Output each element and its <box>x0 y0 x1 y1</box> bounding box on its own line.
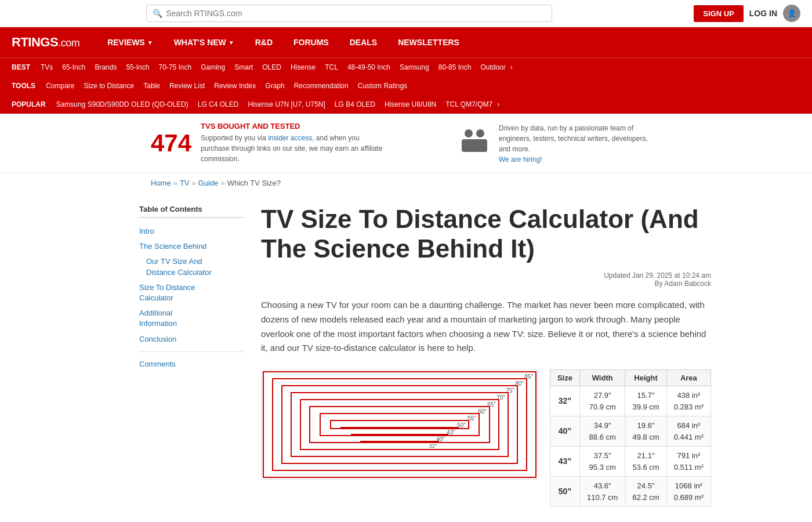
breadcrumb-tv[interactable]: TV <box>180 179 190 187</box>
best-gaming[interactable]: Gaming <box>196 63 230 71</box>
stats-bar: 474 TVS BOUGHT AND TESTED Supported by y… <box>0 114 812 173</box>
nav-deals[interactable]: DEALS <box>339 27 387 57</box>
height-43: 21.1"53.6 cm <box>625 447 666 477</box>
best-55inch[interactable]: 55-Inch <box>121 63 154 71</box>
stats-subtitle: Supported by you via insider access, and… <box>201 133 386 164</box>
breadcrumb-home[interactable]: Home <box>151 179 171 187</box>
content-wrap: Table of Contents Intro The Science Behi… <box>0 193 812 519</box>
article-title: TV Size To Distance Calculator (And The … <box>261 205 711 263</box>
table-row: 43" 37.5"95.3 cm 21.1"53.6 cm 791 in²0.5… <box>550 447 710 477</box>
toc-science-behind[interactable]: The Science Behind <box>139 239 244 254</box>
article-meta: Updated Jan 29, 2025 at 10:24 am By Adam… <box>261 271 711 288</box>
best-more-arrow[interactable]: › <box>510 63 513 71</box>
nav-whats-new[interactable]: WHAT'S NEW ▼ <box>164 27 245 57</box>
nav-items: REVIEWS ▼ WHAT'S NEW ▼ R&D FORUMS DEALS … <box>97 27 470 57</box>
popular-hisense-u7n[interactable]: Hisense U7N [U7, U75N] <box>243 100 329 108</box>
toc-conclusion[interactable]: Conclusion <box>139 332 244 347</box>
tools-custom-ratings[interactable]: Custom Ratings <box>353 82 412 90</box>
best-brands[interactable]: Brands <box>90 63 121 71</box>
popular-row: POPULAR Samsung S90D/S90DD OLED (QD-OLED… <box>12 95 800 114</box>
size-43: 43" <box>550 447 579 477</box>
popular-more-arrow[interactable]: › <box>497 100 499 108</box>
nav-forums[interactable]: FORUMS <box>283 27 339 57</box>
nav-newsletters[interactable]: NEWSLETTERS <box>387 27 470 57</box>
best-smart[interactable]: Smart <box>230 63 258 71</box>
svg-rect-3 <box>473 139 487 152</box>
popular-lg-c4[interactable]: LG C4 OLED <box>193 100 244 108</box>
toc-intro[interactable]: Intro <box>139 224 244 239</box>
area-50: 1068 in²0.689 m² <box>666 477 710 507</box>
tv-count: 474 <box>151 129 191 157</box>
stats-description: TVS BOUGHT AND TESTED Supported by you v… <box>201 122 386 164</box>
height-50: 24.5"62.2 cm <box>625 477 666 507</box>
toc-additional-info[interactable]: AdditionalInformation <box>139 306 244 331</box>
reviews-chevron: ▼ <box>147 39 153 46</box>
best-484950inch[interactable]: 48-49-50 Inch <box>343 63 395 71</box>
tools-review-index[interactable]: Review Index <box>209 82 260 90</box>
nav-reviews[interactable]: REVIEWS ▼ <box>97 27 163 57</box>
tv-visuals: 85" 80" 75" 70" 65" <box>261 369 711 507</box>
avatar[interactable]: 👤 <box>783 5 800 22</box>
tools-compare[interactable]: Compare <box>41 82 79 90</box>
hiring-link[interactable]: We are hiring! <box>499 155 542 164</box>
best-outdoor[interactable]: Outdoor <box>476 63 510 71</box>
stats-right: Driven by data, run by a passionate team… <box>459 123 661 164</box>
breadcrumb-current: Which TV Size? <box>227 179 281 187</box>
popular-hisense-u8[interactable]: Hisense U8/U8N <box>380 100 441 108</box>
article-author: By Adam Babcock <box>655 280 711 288</box>
tools-review-list[interactable]: Review List <box>165 82 209 90</box>
article-updated: Updated Jan 29, 2025 at 10:24 am <box>604 271 711 280</box>
toc-comments[interactable]: Comments <box>139 357 244 372</box>
search-bar[interactable]: 🔍 <box>146 5 552 22</box>
site-logo[interactable]: RTINGS.com <box>12 35 79 50</box>
tv-rect-32: 32" <box>360 441 439 443</box>
area-32: 438 in²0.283 m² <box>666 386 710 416</box>
popular-label: POPULAR <box>12 100 46 108</box>
whatsnew-chevron: ▼ <box>229 39 234 46</box>
breadcrumb-guide[interactable]: Guide <box>198 179 219 187</box>
toc-tv-size-calc[interactable]: Our TV Size AndDistance Calculator <box>139 254 244 280</box>
top-bar-right: SIGN UP LOG IN 👤 <box>694 5 800 22</box>
insider-access-link[interactable]: insider access <box>268 134 312 142</box>
popular-tcl-qm7[interactable]: TCL QM7/QM7 <box>441 100 497 108</box>
tools-graph[interactable]: Graph <box>260 82 289 90</box>
best-65inch[interactable]: 65-Inch <box>57 63 90 71</box>
tv-size-table: Size Width Height Area 32" 27.9"70.9 cm … <box>550 369 711 507</box>
sub-nav: BEST TVs 65-Inch Brands 55-Inch 70-75 In… <box>0 57 812 114</box>
size-50: 50" <box>550 477 579 507</box>
popular-samsung-s90d[interactable]: Samsung S90D/S90DD OLED (QD-OLED) <box>52 100 193 108</box>
width-40: 34.9"88.6 cm <box>579 416 625 447</box>
toc-size-distance-calc[interactable]: Size To DistanceCalculator <box>139 280 244 306</box>
best-tvs[interactable]: TVs <box>36 63 57 71</box>
area-43: 791 in²0.511 m² <box>666 447 710 477</box>
best-7075inch[interactable]: 70-75 Inch <box>154 63 196 71</box>
svg-point-2 <box>476 129 484 137</box>
article: TV Size To Distance Calculator (And The … <box>261 205 711 507</box>
best-oled[interactable]: OLED <box>258 63 286 71</box>
best-8085inch[interactable]: 80-85 Inch <box>434 63 476 71</box>
tools-recommendation[interactable]: Recommendation <box>289 82 353 90</box>
breadcrumb-sep-1: » <box>173 179 177 187</box>
best-hisense[interactable]: Hisense <box>286 63 320 71</box>
tools-row: TOOLS Compare Size to Distance Table Rev… <box>12 77 800 95</box>
toc-title: Table of Contents <box>139 205 244 218</box>
people-icon <box>459 128 490 158</box>
nav-rd[interactable]: R&D <box>245 27 283 57</box>
toc-divider <box>139 351 244 352</box>
breadcrumb: Home » TV » Guide » Which TV Size? <box>0 173 812 193</box>
login-button[interactable]: LOG IN <box>749 9 777 18</box>
tools-table[interactable]: Table <box>139 82 165 90</box>
size-32: 32" <box>550 386 579 416</box>
tv-diagram: 85" 80" 75" 70" 65" <box>261 369 538 480</box>
popular-lg-b4[interactable]: LG B4 OLED <box>330 100 380 108</box>
area-40: 684 in²0.441 m² <box>666 416 710 447</box>
best-label: BEST <box>12 63 30 71</box>
width-50: 43.6"110.7 cm <box>579 477 625 507</box>
search-input[interactable] <box>166 9 546 18</box>
table-header-area: Area <box>666 370 710 386</box>
signup-button[interactable]: SIGN UP <box>694 5 743 22</box>
best-samsung[interactable]: Samsung <box>395 63 434 71</box>
width-32: 27.9"70.9 cm <box>579 386 625 416</box>
best-tcl[interactable]: TCL <box>320 63 343 71</box>
tools-size-to-distance[interactable]: Size to Distance <box>79 82 139 90</box>
